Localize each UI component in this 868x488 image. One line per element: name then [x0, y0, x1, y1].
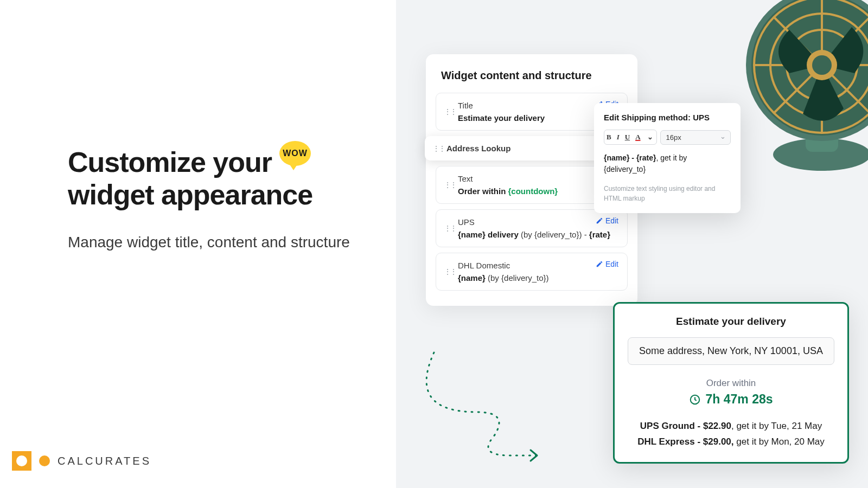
drag-handle-icon[interactable]	[432, 147, 444, 150]
text-color-button[interactable]: A	[635, 133, 640, 142]
widget-item-ups[interactable]: UPS {name} delivery (by {delivery_to}) -…	[436, 209, 628, 247]
edit-button[interactable]: Edit	[596, 260, 618, 268]
logo-dot-icon	[39, 455, 50, 466]
italic-button[interactable]: I	[617, 133, 620, 142]
preview-widget: Estimate your delivery Order within 7h 4…	[613, 302, 849, 464]
settings-card-title: Widget content and structure	[441, 69, 628, 82]
item-value: {name} (by {delivery_to})	[458, 273, 618, 282]
bold-button[interactable]: B	[607, 133, 611, 142]
preview-title: Estimate your delivery	[628, 316, 834, 328]
item-label: DHL Domestic	[458, 261, 618, 270]
item-label: UPS	[458, 217, 618, 227]
address-input[interactable]	[628, 337, 834, 365]
drag-handle-icon[interactable]	[444, 270, 456, 273]
editor-popup: Edit Shipping method: UPS B I U A ⌄ 16px…	[594, 103, 741, 213]
editor-hint: Customize text styling using editor and …	[604, 184, 731, 203]
wow-badge: WOW	[279, 141, 311, 166]
arrow-illustration	[412, 347, 548, 466]
pencil-icon	[596, 217, 603, 224]
logo-square-icon	[12, 451, 31, 471]
underline-button[interactable]: U	[625, 133, 630, 142]
editor-title: Edit Shipping method: UPS	[604, 113, 731, 122]
logo-text: CALCURATES	[58, 455, 151, 467]
order-within-label: Order within	[628, 378, 834, 389]
chevron-down-icon[interactable]: ⌄	[646, 133, 654, 142]
editor-toolbar: B I U A ⌄ 16px	[604, 130, 731, 145]
edit-button[interactable]: Edit	[596, 216, 618, 225]
svg-point-12	[812, 55, 832, 75]
drag-handle-icon[interactable]	[444, 183, 456, 187]
item-value: {name} delivery (by {delivery_to}) - {ra…	[458, 230, 618, 239]
format-buttons: B I U A ⌄	[604, 130, 657, 145]
drag-handle-icon[interactable]	[444, 110, 456, 113]
brand-logo: CALCURATES	[12, 451, 151, 471]
clock-icon	[689, 394, 701, 406]
drag-handle-icon[interactable]	[444, 227, 456, 230]
pencil-icon	[596, 260, 603, 268]
page-subheadline: Manage widget title, content and structu…	[68, 230, 372, 254]
page-headline: Customize yourwidget appearance	[68, 146, 372, 211]
font-size-select[interactable]: 16px	[660, 130, 731, 145]
editor-content[interactable]: {name} - {rate}, get it by {delivery_to}	[604, 152, 731, 175]
shipping-options: UPS Ground - $22.90, get it by Tue, 21 M…	[628, 419, 834, 450]
widget-item-dhl[interactable]: DHL Domestic {name} (by {delivery_to}) E…	[436, 253, 628, 291]
countdown-timer: 7h 47m 28s	[628, 392, 834, 407]
